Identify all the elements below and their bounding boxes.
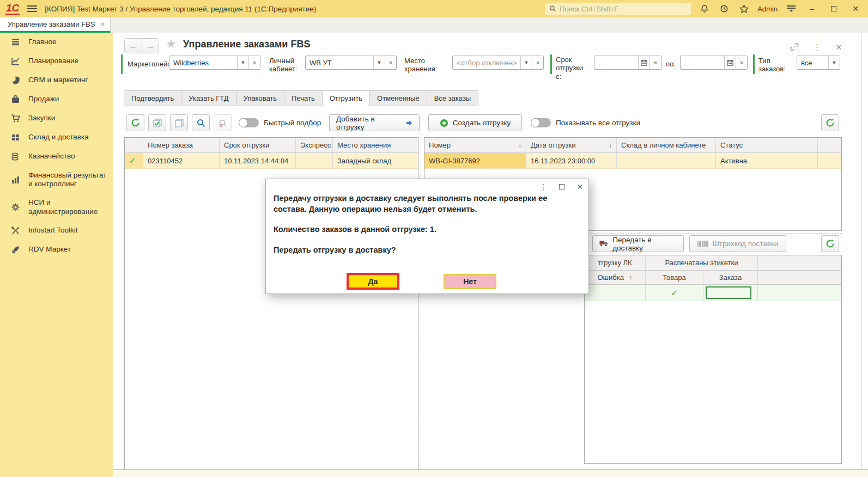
details-goods-cell[interactable]: ✓: [646, 285, 703, 301]
add-to-shipment-button[interactable]: Добавить в отгрузку: [329, 114, 420, 131]
storage-combo[interactable]: <отбор отключен> ▼ ×: [452, 56, 544, 70]
order-express-cell[interactable]: [296, 153, 333, 169]
favorites-star-icon[interactable]: [738, 3, 750, 15]
order-column-header[interactable]: Заказа: [703, 271, 758, 285]
shipment-number-cell[interactable]: WB-GI-3877692: [424, 153, 526, 169]
dialog-maximize-icon[interactable]: [559, 182, 564, 191]
shipment-extra-cell[interactable]: [818, 153, 841, 169]
order-check-cell[interactable]: ✓: [125, 153, 143, 169]
tab-pack[interactable]: Упаковать: [236, 90, 284, 106]
period-from-clear-icon[interactable]: ×: [650, 56, 661, 69]
tab-fbs-orders[interactable]: Управление заказами FBS ×: [0, 17, 111, 33]
refresh-details-button[interactable]: [821, 235, 839, 252]
sidebar-item-crm[interactable]: CRM и маркетинг: [0, 71, 113, 90]
sidebar-item-purchases[interactable]: Закупки: [0, 109, 113, 128]
added-to-lk-group-header[interactable]: тгрузку ЛК: [585, 255, 646, 271]
tab-ship[interactable]: Отгрузить: [322, 90, 370, 106]
tab-print[interactable]: Печать: [284, 90, 323, 106]
shipment-status-cell[interactable]: Активна: [716, 153, 818, 169]
labels-printed-group-header[interactable]: Распечатаны этикетки: [646, 255, 758, 271]
quick-pick-toggle[interactable]: [239, 118, 259, 127]
marketplace-combo[interactable]: Wildberries ▼ ×: [169, 56, 260, 70]
period-to-field[interactable]: . . ×: [680, 56, 748, 70]
order-warehouse-cell[interactable]: Западный склад: [333, 153, 418, 169]
check-column-header[interactable]: [125, 138, 143, 153]
sidebar-item-sales[interactable]: Продажи: [0, 90, 113, 109]
account-clear-icon[interactable]: ×: [385, 56, 396, 69]
shipment-row[interactable]: WB-GI-3877692 16.11.2023 23:00:00 Активн…: [424, 153, 841, 169]
current-user[interactable]: Admin: [757, 5, 778, 13]
dialog-close-icon[interactable]: ✕: [576, 182, 583, 191]
sidebar-item-rdv-market[interactable]: RDV Маркет: [0, 240, 113, 259]
yes-button[interactable]: Да: [347, 273, 399, 290]
order-number-cell[interactable]: 023110452: [143, 153, 220, 169]
refresh-orders-button[interactable]: [126, 114, 144, 131]
transfer-to-delivery-button[interactable]: Передать в доставку: [592, 235, 684, 252]
account-dropdown-icon[interactable]: ▼: [373, 56, 385, 69]
details-row[interactable]: ✓: [585, 285, 841, 301]
period-from-field[interactable]: . . ×: [594, 56, 661, 70]
tab-cancelled[interactable]: Отмененные: [369, 90, 427, 106]
marketplace-dropdown-icon[interactable]: ▼: [237, 56, 248, 69]
forward-arrow-icon[interactable]: →: [142, 39, 159, 53]
search-orders-button[interactable]: [192, 114, 210, 131]
no-button[interactable]: Нет: [444, 274, 496, 289]
refresh-shipments-button[interactable]: [821, 114, 839, 131]
sidebar-item-main[interactable]: Главное: [0, 33, 113, 52]
dialog-more-icon[interactable]: ⋮: [539, 182, 547, 191]
sidebar-item-treasury[interactable]: Казначейство: [0, 147, 113, 166]
shipment-status-header[interactable]: Статус: [716, 138, 818, 153]
history-icon[interactable]: [718, 3, 730, 15]
back-arrow-icon[interactable]: ←: [125, 39, 142, 53]
minimize-button[interactable]: –: [805, 4, 819, 13]
account-combo[interactable]: WB УТ ▼ ×: [305, 56, 397, 70]
global-search[interactable]: [545, 3, 691, 15]
order-row[interactable]: ✓ 023110452 10.11.2023 14:44:04 Западный…: [125, 153, 418, 169]
close-window-button[interactable]: ✕: [848, 4, 863, 13]
storage-dropdown-icon[interactable]: ▼: [520, 56, 532, 69]
order-deadline-cell[interactable]: 10.11.2023 14:44:04: [220, 153, 296, 169]
tab-close-icon[interactable]: ×: [100, 20, 105, 28]
shipment-warehouse-header[interactable]: Склад в личном кабинете: [617, 138, 716, 153]
show-all-shipments-toggle[interactable]: [531, 118, 551, 127]
main-menu-icon[interactable]: [27, 5, 37, 12]
storage-clear-icon[interactable]: ×: [532, 56, 543, 69]
sidebar-item-planning[interactable]: Планирование: [0, 52, 113, 71]
calendar-icon[interactable]: [638, 56, 650, 69]
sidebar-item-nsi-admin[interactable]: НСИ и администрирование: [0, 193, 113, 221]
details-extra-cell[interactable]: [758, 285, 841, 301]
express-header[interactable]: Экспресс: [296, 138, 333, 153]
order-number-header[interactable]: Номер заказа: [143, 138, 220, 153]
shipment-number-header[interactable]: Номер↓: [424, 138, 526, 153]
favorite-star-icon[interactable]: ★: [166, 37, 177, 51]
service-menu-icon[interactable]: [785, 3, 797, 15]
sidebar-item-warehouse[interactable]: Склад и доставка: [0, 128, 113, 147]
notifications-bell-icon[interactable]: [699, 3, 711, 15]
tab-gtd[interactable]: Указать ГТД: [181, 90, 236, 106]
sidebar-item-finance[interactable]: Финансовый результат и контроллинг: [0, 166, 113, 193]
order-type-combo[interactable]: все ▼: [797, 56, 840, 70]
maximize-button[interactable]: [827, 4, 841, 13]
error-column-header[interactable]: Ошибка ↑: [585, 271, 646, 285]
search-input[interactable]: [560, 5, 687, 13]
details-order-cell[interactable]: [703, 285, 758, 301]
deadline-header[interactable]: Срок отгрузки: [220, 138, 296, 153]
warehouse-header[interactable]: Место хранения: [333, 138, 418, 153]
deselect-all-button[interactable]: [170, 114, 188, 131]
sidebar-item-infostart-toolkit[interactable]: Infostart Toolkit: [0, 221, 113, 240]
order-type-dropdown-icon[interactable]: ▼: [828, 56, 840, 69]
details-error-cell[interactable]: [585, 285, 646, 301]
calendar-icon[interactable]: [724, 56, 736, 69]
goods-column-header[interactable]: Товара: [646, 271, 703, 285]
marketplace-clear-icon[interactable]: ×: [248, 56, 260, 69]
more-actions-icon[interactable]: ⋮: [813, 42, 821, 53]
tab-confirm[interactable]: Подтвердить: [124, 90, 181, 106]
select-all-button[interactable]: [148, 114, 166, 131]
period-to-clear-icon[interactable]: ×: [736, 56, 747, 69]
shipment-warehouse-cell[interactable]: [617, 153, 716, 169]
create-shipment-button[interactable]: Создать отгрузку: [428, 114, 522, 131]
get-link-icon[interactable]: [790, 42, 799, 53]
close-form-icon[interactable]: ✕: [835, 42, 842, 53]
shipment-date-header[interactable]: Дата отгрузки↓: [526, 138, 617, 153]
shipment-date-cell[interactable]: 16.11.2023 23:00:00: [526, 153, 617, 169]
